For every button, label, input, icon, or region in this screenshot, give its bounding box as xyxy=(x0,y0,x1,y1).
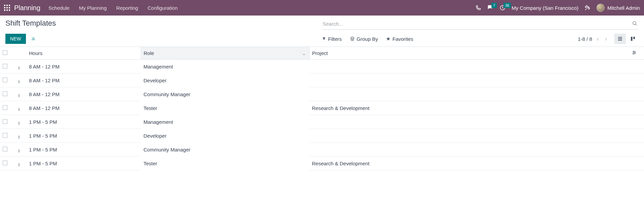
row-handle-cell: ▲▼ xyxy=(15,115,26,129)
cell-hours[interactable]: 1 PM - 5 PM xyxy=(26,129,141,143)
star-icon: ★ xyxy=(386,36,390,42)
row-checkbox-cell xyxy=(0,143,15,157)
cell-role[interactable]: Management xyxy=(141,60,309,74)
header-handle-cell xyxy=(15,47,26,60)
filters-button[interactable]: Filters xyxy=(322,36,342,42)
groupby-label: Group By xyxy=(357,36,378,42)
download-icon[interactable] xyxy=(31,35,36,42)
row-checkbox-cell xyxy=(0,101,15,115)
cell-project[interactable] xyxy=(309,143,629,157)
table-row[interactable]: ▲▼8 AM - 12 PMManagement xyxy=(0,60,644,74)
cell-options xyxy=(629,101,644,115)
cell-role[interactable]: Developer xyxy=(141,129,309,143)
voip-icon[interactable] xyxy=(475,5,481,11)
table-row[interactable]: ▲▼1 PM - 5 PMDeveloper xyxy=(0,129,644,143)
cell-role[interactable]: Community Manager xyxy=(141,87,309,101)
cell-project[interactable] xyxy=(309,129,629,143)
user-menu[interactable]: Mitchell Admin xyxy=(597,4,640,12)
cell-options xyxy=(629,74,644,87)
drag-handle-icon[interactable]: ▲▼ xyxy=(18,107,21,111)
search-bar[interactable] xyxy=(322,19,639,30)
row-checkbox[interactable] xyxy=(3,78,7,82)
list-view-button[interactable] xyxy=(614,34,626,44)
menu-configuration[interactable]: Configuration xyxy=(148,5,178,11)
messages-icon[interactable]: 7 xyxy=(487,5,493,11)
cell-project[interactable] xyxy=(309,60,629,74)
table-row[interactable]: ▲▼8 AM - 12 PMCommunity Manager xyxy=(0,87,644,101)
row-handle-cell: ▲▼ xyxy=(15,87,26,101)
messages-badge: 7 xyxy=(491,3,497,8)
new-button[interactable]: NEW xyxy=(5,34,26,44)
cell-hours[interactable]: 8 AM - 12 PM xyxy=(26,74,141,87)
header-role[interactable]: Role ⌄ xyxy=(141,47,309,60)
row-checkbox[interactable] xyxy=(3,91,7,96)
activities-icon[interactable]: 36 xyxy=(500,5,506,11)
header-checkbox-cell xyxy=(0,47,15,60)
drag-handle-icon[interactable]: ▲▼ xyxy=(18,121,21,125)
debug-icon[interactable] xyxy=(584,5,590,11)
cell-role[interactable]: Tester xyxy=(141,157,309,170)
menu-schedule[interactable]: Schedule xyxy=(49,5,70,11)
header-project[interactable]: Project xyxy=(309,47,629,60)
row-checkbox[interactable] xyxy=(3,105,7,110)
drag-handle-icon[interactable]: ▲▼ xyxy=(18,163,21,167)
column-options-icon[interactable] xyxy=(632,50,637,56)
pager-prev-icon[interactable]: ‹ xyxy=(595,35,600,43)
company-selector[interactable]: My Company (San Francisco) xyxy=(512,5,578,11)
drag-handle-icon[interactable]: ▲▼ xyxy=(18,80,21,84)
kanban-view-button[interactable] xyxy=(627,34,639,44)
svg-rect-2 xyxy=(9,5,10,6)
table-row[interactable]: ▲▼1 PM - 5 PMTesterResearch & Developmen… xyxy=(0,157,644,170)
pager-range[interactable]: 1-8 / 8 xyxy=(578,36,592,42)
drag-handle-icon[interactable]: ▲▼ xyxy=(18,135,21,139)
cell-hours[interactable]: 8 AM - 12 PM xyxy=(26,60,141,74)
cell-role[interactable]: Community Manager xyxy=(141,143,309,157)
row-checkbox[interactable] xyxy=(3,119,7,124)
cell-hours[interactable]: 8 AM - 12 PM xyxy=(26,87,141,101)
app-brand[interactable]: Planning xyxy=(14,4,40,12)
cell-role[interactable]: Developer xyxy=(141,74,309,87)
groupby-button[interactable]: Group By xyxy=(350,36,378,42)
header-hours[interactable]: Hours xyxy=(26,47,141,60)
cell-role[interactable]: Management xyxy=(141,115,309,129)
apps-icon[interactable] xyxy=(4,5,10,11)
cell-options xyxy=(629,60,644,74)
svg-rect-12 xyxy=(618,37,622,38)
row-handle-cell: ▲▼ xyxy=(15,74,26,87)
favorites-button[interactable]: ★ Favorites xyxy=(386,36,413,42)
row-checkbox[interactable] xyxy=(3,147,7,151)
search-input[interactable] xyxy=(322,20,631,28)
menu-reporting[interactable]: Reporting xyxy=(116,5,138,11)
table-row[interactable]: ▲▼8 AM - 12 PMTesterResearch & Developme… xyxy=(0,101,644,115)
cell-project[interactable] xyxy=(309,87,629,101)
drag-handle-icon[interactable]: ▲▼ xyxy=(18,93,21,97)
row-checkbox[interactable] xyxy=(3,161,7,165)
search-icon[interactable] xyxy=(631,21,639,27)
menu-my-planning[interactable]: My Planning xyxy=(79,5,107,11)
pager-next-icon[interactable]: › xyxy=(604,35,608,43)
cell-hours[interactable]: 1 PM - 5 PM xyxy=(26,157,141,170)
search-options: Filters Group By ★ Favorites xyxy=(322,36,413,42)
svg-rect-0 xyxy=(4,5,5,6)
row-checkbox[interactable] xyxy=(3,64,7,68)
cell-project[interactable]: Research & Development xyxy=(309,157,629,170)
select-all-checkbox[interactable] xyxy=(3,50,7,55)
row-checkbox[interactable] xyxy=(3,133,7,138)
cell-options xyxy=(629,143,644,157)
cell-options xyxy=(629,157,644,170)
drag-handle-icon[interactable]: ▲▼ xyxy=(18,66,21,70)
cell-project[interactable] xyxy=(309,115,629,129)
pager: 1-8 / 8 ‹ › xyxy=(578,35,608,43)
cell-hours[interactable]: 8 AM - 12 PM xyxy=(26,101,141,115)
navbar-right: 7 36 My Company (San Francisco) Mitchell… xyxy=(475,4,640,12)
cell-hours[interactable]: 1 PM - 5 PM xyxy=(26,115,141,129)
table-row[interactable]: ▲▼8 AM - 12 PMDeveloper xyxy=(0,74,644,87)
table-row[interactable]: ▲▼1 PM - 5 PMManagement xyxy=(0,115,644,129)
cell-project[interactable]: Research & Development xyxy=(309,101,629,115)
cell-hours[interactable]: 1 PM - 5 PM xyxy=(26,143,141,157)
cell-role[interactable]: Tester xyxy=(141,101,309,115)
cell-project[interactable] xyxy=(309,74,629,87)
svg-rect-1 xyxy=(6,5,8,6)
drag-handle-icon[interactable]: ▲▼ xyxy=(18,149,21,153)
table-row[interactable]: ▲▼1 PM - 5 PMCommunity Manager xyxy=(0,143,644,157)
